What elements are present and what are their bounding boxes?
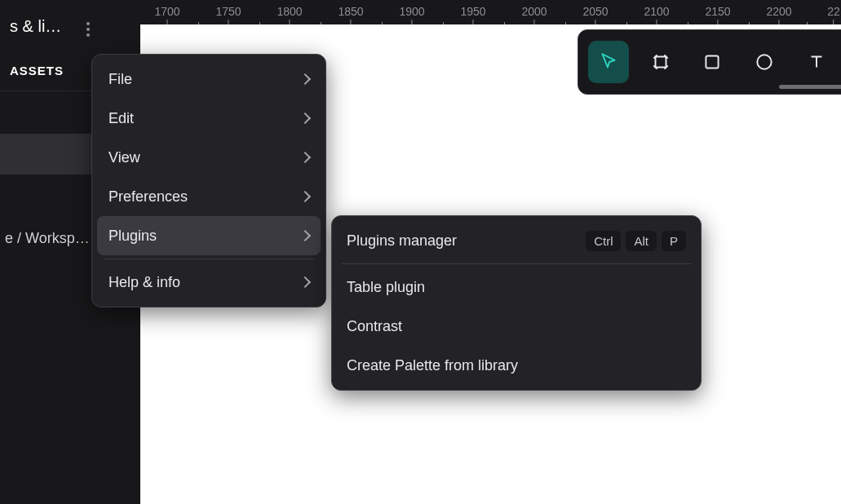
- ruler-h-tick: 2150: [705, 5, 730, 24]
- tool-pointer[interactable]: [588, 41, 629, 83]
- ruler-h-tick: 2100: [644, 5, 669, 24]
- chevron-right-icon: [299, 113, 311, 124]
- menu-preferences[interactable]: Preferences: [97, 177, 321, 216]
- menu-plugins[interactable]: Plugins: [97, 216, 321, 255]
- chevron-right-icon: [299, 152, 311, 163]
- ruler-horizontal[interactable]: 1700175018001850190019502000205021002150…: [116, 0, 841, 24]
- submenu-create-palette[interactable]: Create Palette from library: [332, 346, 701, 385]
- tab-assets[interactable]: ASSETS: [0, 52, 73, 91]
- ruler-h-tick: 1900: [399, 5, 424, 24]
- menu-help[interactable]: Help & info: [97, 263, 321, 302]
- breadcrumb[interactable]: e / Worksp…: [5, 230, 90, 247]
- menu-view[interactable]: View: [97, 138, 321, 177]
- chevron-right-icon: [299, 276, 311, 288]
- menu-preferences-label: Preferences: [108, 188, 188, 206]
- chevron-right-icon: [299, 230, 311, 241]
- ruler-h-tick: 1700: [154, 5, 179, 24]
- submenu-table-plugin-label: Table plugin: [347, 279, 425, 296]
- chevron-right-icon: [299, 191, 311, 202]
- tool-ellipse[interactable]: [744, 41, 785, 83]
- tool-toolbar: [578, 29, 841, 95]
- submenu-contrast-label: Contrast: [347, 318, 402, 335]
- menu-file-label: File: [108, 71, 132, 88]
- svg-point-2: [758, 55, 772, 69]
- ruler-h-tick: 1800: [277, 5, 302, 24]
- tool-text[interactable]: [796, 41, 837, 83]
- menu-help-label: Help & info: [108, 274, 180, 291]
- menu-view-label: View: [108, 149, 140, 166]
- tool-frame[interactable]: [640, 41, 681, 83]
- ruler-h-tick: 1950: [460, 5, 485, 24]
- toolbar-scrollbar[interactable]: [779, 85, 841, 89]
- menu-plugins-label: Plugins: [108, 228, 157, 245]
- ruler-h-tick: 2050: [582, 5, 608, 24]
- svg-rect-1: [706, 55, 719, 68]
- kbd-ctrl: Ctrl: [586, 231, 621, 251]
- ruler-h-tick: 1750: [215, 5, 241, 24]
- menu-separator: [104, 259, 314, 259]
- chevron-right-icon: [299, 73, 311, 85]
- menu-file[interactable]: File: [97, 60, 321, 99]
- submenu-table-plugin[interactable]: Table plugin: [332, 267, 701, 307]
- kebab-menu-icon[interactable]: [78, 20, 98, 39]
- svg-rect-0: [655, 57, 666, 68]
- ruler-h-tick: 2200: [766, 5, 791, 24]
- plugins-submenu: Plugins manager Ctrl Alt P Table plugin …: [331, 215, 702, 391]
- menu-edit-label: Edit: [108, 110, 134, 127]
- menu-edit[interactable]: Edit: [97, 99, 321, 138]
- tool-rectangle[interactable]: [693, 41, 733, 83]
- submenu-plugins-manager[interactable]: Plugins manager Ctrl Alt P: [332, 221, 701, 260]
- main-menu: File Edit View Preferences Plugins Help …: [91, 54, 326, 307]
- shortcut-group: Ctrl Alt P: [586, 231, 686, 251]
- kbd-p: P: [662, 231, 686, 251]
- ruler-h-tick: 2000: [521, 5, 547, 24]
- ruler-h-tick: 22: [827, 5, 840, 24]
- submenu-create-palette-label: Create Palette from library: [347, 357, 518, 374]
- ruler-h-tick: 1850: [338, 5, 363, 24]
- project-title[interactable]: s & li…: [10, 17, 131, 36]
- submenu-plugins-manager-label: Plugins manager: [347, 232, 457, 250]
- kbd-alt: Alt: [626, 231, 657, 251]
- submenu-contrast[interactable]: Contrast: [332, 307, 701, 346]
- submenu-separator: [342, 263, 691, 264]
